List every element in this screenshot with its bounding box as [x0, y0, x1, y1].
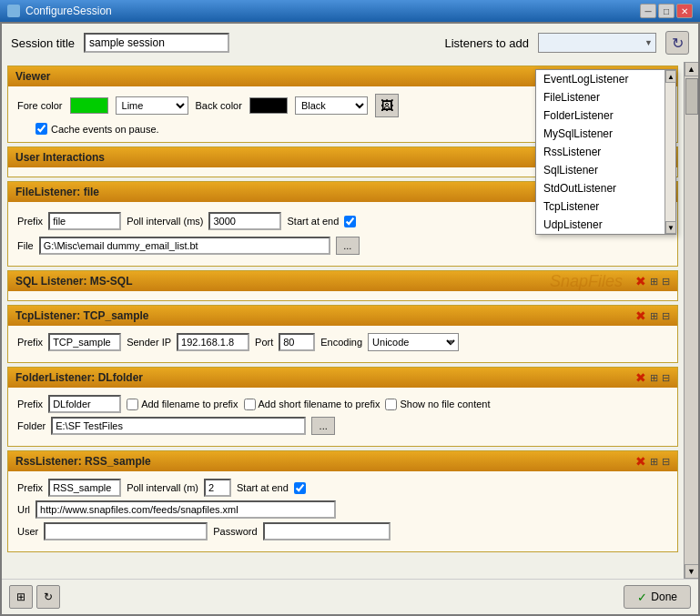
- sql-listener-header[interactable]: SQL Listener: MS-SQL SnapFiles ✖ ⊞ ⊟: [8, 271, 677, 291]
- sql-listener-collapse-icon[interactable]: ⊟: [662, 276, 670, 288]
- rss-url-input[interactable]: [36, 500, 336, 519]
- tcp-listener-expand-icon[interactable]: ⊞: [650, 310, 658, 322]
- back-color-box: [249, 97, 288, 114]
- rss-listener-delete-icon[interactable]: ✖: [635, 455, 646, 468]
- bottom-bar: ⊞ ↻ ✓ Done: [2, 579, 698, 614]
- tcp-encoding-combo-wrapper: Unicode UTF-8 ASCII: [368, 333, 459, 351]
- dropdown-item-eventlog[interactable]: EventLogListener: [536, 70, 664, 88]
- folder-path-label: Folder: [17, 420, 46, 431]
- done-check-icon: ✓: [637, 591, 647, 604]
- folder-add-short-label: Add short filename to prefix: [244, 399, 380, 410]
- rss-prefix-input[interactable]: [48, 479, 121, 497]
- tcp-prefix-label: Prefix: [17, 337, 43, 348]
- sql-listener-delete-icon[interactable]: ✖: [635, 275, 646, 288]
- session-title-label: Session title: [11, 36, 75, 50]
- dropdown-item-mysql[interactable]: MySqlListener: [536, 125, 664, 143]
- folder-prefix-label: Prefix: [17, 399, 43, 409]
- rss-listener-title: RssListener: RSS_sample: [15, 455, 151, 468]
- listeners-dropdown: EventLogListener FileListener FolderList…: [535, 69, 676, 235]
- tcp-listener-body: Prefix Sender IP Port Encoding Unicode U…: [8, 326, 677, 362]
- scroll-down-button[interactable]: ▼: [685, 564, 699, 579]
- sql-listener-expand-icon[interactable]: ⊞: [650, 276, 658, 288]
- done-label: Done: [651, 591, 677, 603]
- dropdown-scroll-down[interactable]: ▼: [665, 221, 676, 234]
- file-poll-label: Poll intervall (ms): [127, 216, 203, 227]
- listeners-combo-wrapper: [538, 33, 656, 53]
- scrollbar[interactable]: ▲ ▼: [684, 62, 698, 579]
- fore-color-box: [70, 97, 108, 114]
- bottom-btn-2[interactable]: ↻: [36, 585, 60, 609]
- minimize-button[interactable]: ─: [640, 4, 656, 18]
- folder-add-short-checkbox[interactable]: [244, 399, 256, 410]
- folder-listener-delete-icon[interactable]: ✖: [635, 371, 646, 384]
- tcp-port-input[interactable]: [279, 333, 315, 351]
- tcp-listener-section: TcpListener: TCP_sample ✖ ⊞ ⊟ Prefix Sen…: [7, 305, 678, 363]
- folder-listener-collapse-icon[interactable]: ⊟: [662, 372, 670, 384]
- folder-add-filename-checkbox[interactable]: [127, 399, 138, 410]
- file-prefix-input[interactable]: [48, 212, 121, 230]
- folder-prefix-input[interactable]: [48, 395, 121, 413]
- rss-user-input[interactable]: [44, 522, 208, 540]
- tcp-sender-input[interactable]: [177, 333, 249, 351]
- folder-browse-button[interactable]: ...: [311, 417, 335, 435]
- rss-start-checkbox[interactable]: [294, 482, 306, 494]
- sql-watermark: SnapFiles: [550, 272, 623, 291]
- folder-add-filename-label: Add filename to prefix: [127, 399, 238, 410]
- file-poll-input[interactable]: [208, 212, 281, 230]
- folder-show-no-file-checkbox[interactable]: [385, 399, 397, 410]
- cache-events-checkbox[interactable]: [36, 123, 47, 135]
- tcp-listener-delete-icon[interactable]: ✖: [635, 309, 646, 322]
- refresh-icon: ↻: [672, 35, 684, 52]
- dropdown-item-sql[interactable]: SqlListener: [536, 161, 664, 179]
- scroll-thumb[interactable]: [685, 78, 698, 115]
- close-button[interactable]: ✕: [676, 4, 693, 18]
- folder-listener-header[interactable]: FolderListener: DLfolder ✖ ⊞ ⊟: [8, 368, 677, 388]
- file-browse-button[interactable]: ...: [336, 237, 360, 255]
- dropdown-item-stdout[interactable]: StdOutListener: [536, 179, 664, 197]
- rss-password-input[interactable]: [263, 522, 391, 540]
- bottom-icon-1: ⊞: [16, 591, 25, 603]
- tcp-encoding-combo[interactable]: Unicode UTF-8 ASCII: [368, 333, 459, 351]
- tcp-listener-header[interactable]: TcpListener: TCP_sample ✖ ⊞ ⊟: [8, 306, 677, 326]
- file-path-input[interactable]: [39, 237, 330, 255]
- dropdown-scroll-track: [665, 83, 675, 221]
- refresh-button[interactable]: ↻: [665, 31, 689, 55]
- listeners-combo[interactable]: [538, 33, 656, 53]
- bottom-btn-1[interactable]: ⊞: [9, 585, 33, 609]
- back-color-label: Back color: [196, 100, 242, 111]
- dropdown-item-rss[interactable]: RssListener: [536, 143, 664, 161]
- tcp-listener-collapse-icon[interactable]: ⊟: [662, 310, 670, 322]
- folder-path-input[interactable]: [51, 417, 306, 435]
- dropdown-scrollbar[interactable]: ▲ ▼: [664, 70, 675, 234]
- rss-poll-input[interactable]: [204, 479, 231, 497]
- tcp-prefix-input[interactable]: [48, 333, 121, 351]
- maximize-button[interactable]: □: [658, 4, 675, 18]
- rss-prefix-label: Prefix: [17, 482, 43, 493]
- session-title-input[interactable]: [84, 33, 229, 53]
- fore-color-combo[interactable]: Lime White Red: [116, 96, 188, 115]
- back-color-combo[interactable]: Black White Blue: [295, 96, 368, 115]
- file-start-checkbox[interactable]: [344, 216, 356, 227]
- rss-listener-expand-icon[interactable]: ⊞: [650, 456, 658, 468]
- fore-color-label: Fore color: [17, 100, 63, 111]
- done-button[interactable]: ✓ Done: [624, 585, 691, 609]
- scroll-up-button[interactable]: ▲: [685, 62, 699, 76]
- dropdown-scroll-up[interactable]: ▲: [665, 70, 676, 83]
- rss-user-label: User: [17, 526, 38, 537]
- file-start-label: Start at end: [287, 216, 339, 227]
- rss-poll-label: Poll intervall (m): [127, 482, 198, 493]
- rss-listener-header[interactable]: RssListener: RSS_sample ✖ ⊞ ⊟: [8, 451, 677, 471]
- dropdown-item-file[interactable]: FileListener: [536, 88, 664, 106]
- folder-listener-expand-icon[interactable]: ⊞: [650, 372, 658, 384]
- dropdown-item-tcp[interactable]: TcpListener: [536, 197, 664, 216]
- user-interactions-title: User Interactions: [15, 151, 105, 164]
- rss-listener-collapse-icon[interactable]: ⊟: [662, 456, 670, 468]
- dropdown-item-folder[interactable]: FolderListener: [536, 106, 664, 125]
- tcp-encoding-label: Encoding: [320, 337, 362, 348]
- rss-password-label: Password: [213, 526, 257, 537]
- dropdown-item-udp[interactable]: UdpListener: [536, 216, 664, 234]
- tcp-listener-title: TcpListener: TCP_sample: [15, 309, 148, 322]
- file-listener-title: FileListener: file: [15, 186, 99, 198]
- viewer-icon-btn[interactable]: 🖼: [375, 94, 399, 117]
- listeners-label: Listeners to add: [444, 36, 529, 50]
